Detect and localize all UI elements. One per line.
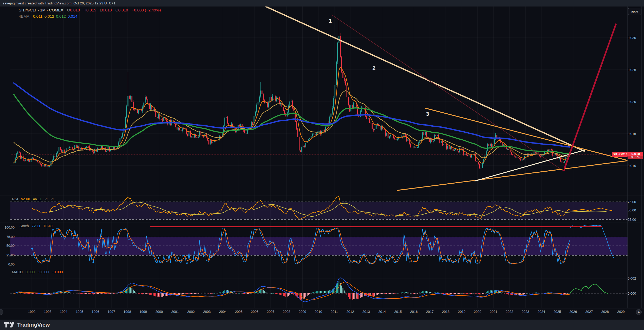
year-label: 2017: [426, 310, 434, 314]
price-scale[interactable]: 0.0300.0250.0200.0150.01075.0050.0025.00…: [626, 7, 644, 316]
low-label: L: [100, 8, 102, 12]
change-value: −0.000 (−2.49%): [132, 8, 161, 12]
ema-value-3: 0.012: [56, 14, 66, 18]
projection-line: [564, 24, 616, 170]
macd-value-3: −0.000: [52, 270, 63, 274]
ema-value-2: 0.012: [44, 14, 54, 18]
year-label: 2015: [394, 310, 402, 314]
year-label: 2004: [219, 310, 227, 314]
year-label: 2014: [378, 310, 386, 314]
chart-canvas[interactable]: [0, 0, 644, 330]
year-label: 2000: [155, 310, 163, 314]
drawing-overlays: [11, 7, 628, 227]
year-label: 1993: [44, 310, 52, 314]
wave-label-1[interactable]: 1: [329, 18, 332, 24]
year-label: 1994: [60, 310, 67, 314]
year-label: 1992: [28, 310, 36, 314]
time-axis[interactable]: 1992199319941995199619971998199920002001…: [0, 308, 644, 316]
year-label: 2010: [315, 310, 322, 314]
price-tick-label: 0.030: [628, 36, 636, 40]
year-label: 2024: [538, 310, 545, 314]
year-label: 2002: [187, 310, 195, 314]
open-value: 0.010: [70, 8, 80, 12]
close-value: 0.010: [118, 8, 128, 12]
high-value: 0.015: [86, 8, 96, 12]
year-label: 2011: [331, 310, 338, 314]
year-label: 2001: [171, 310, 179, 314]
current-price-value: 0.010: [628, 152, 643, 156]
footer-bar: TradingView: [0, 320, 644, 330]
high-label: H: [84, 8, 86, 12]
tradingview-logo-icon[interactable]: [4, 321, 15, 328]
downtrend-line-major: [266, 7, 584, 151]
symbol-price-tag-text: SI1!/GC1!: [613, 152, 627, 156]
year-label: 2003: [203, 310, 211, 314]
auto-scale-button[interactable]: A: [636, 309, 642, 315]
downtrend-line-3: [425, 108, 628, 160]
year-label: 1996: [92, 310, 99, 314]
year-label: 2016: [410, 310, 418, 314]
symbol-meta: · 1M · COMEX: [38, 8, 63, 12]
year-label: 1997: [108, 310, 115, 314]
symbol-price-tag: SI1!/GC1!: [612, 152, 628, 157]
snapshot-title-bar: savepiginvest created with TradingView.c…: [0, 0, 644, 7]
year-label: 2029: [617, 310, 625, 314]
open-label: O: [67, 8, 70, 12]
stoch-level-label: 50.00: [2, 244, 15, 248]
symbol-name[interactable]: SI1!/GC1!: [19, 8, 36, 12]
wave-label-3[interactable]: 3: [426, 111, 429, 117]
year-label: 1995: [76, 310, 83, 314]
macd-legend[interactable]: MACD 0.000 −0.000 −0.000: [12, 270, 65, 274]
year-label: 2020: [474, 310, 481, 314]
year-label: 2021: [490, 310, 497, 314]
close-label: C: [116, 8, 118, 12]
snapshot-title: savepiginvest created with TradingView.c…: [3, 1, 116, 5]
macd-value-2: −0.000: [37, 270, 49, 274]
year-label: 2007: [267, 310, 275, 314]
macd-level-label: 0.002: [628, 276, 636, 280]
low-value: 0.010: [102, 8, 112, 12]
stoch-level-label: 100.00: [2, 226, 15, 229]
year-label: 2013: [362, 310, 370, 314]
ema-legend[interactable]: 4EMA 0.011 0.012 0.012 0.014: [19, 14, 78, 18]
wedge-lower-line: [397, 161, 628, 190]
stoch-level-label: 25.00: [2, 254, 15, 257]
ema-slowest-blue: [14, 83, 570, 147]
symbol-legend[interactable]: SI1!/GC1! · 1M · COMEX O0.010 H0.015 L0.…: [19, 8, 162, 12]
year-label: 1998: [124, 310, 131, 314]
year-label: 2012: [347, 310, 354, 314]
rsi-legend[interactable]: RSI 52.06 46.11 ∅ ∅: [12, 197, 55, 201]
year-label: 2027: [585, 310, 593, 314]
price-tick-label: 0.010: [628, 164, 636, 168]
macd-value-1: 0.000: [25, 270, 35, 274]
stoch-label: Stoch: [20, 224, 29, 228]
candles: [13, 20, 570, 179]
rsi-level-label: 50.00: [628, 208, 636, 212]
year-label: 2022: [506, 310, 513, 314]
year-label: 2023: [522, 310, 529, 314]
price-tick-label: 0.015: [628, 132, 636, 136]
rsi-empty-1: ∅: [44, 197, 48, 201]
tradingview-brand[interactable]: TradingView: [17, 322, 50, 328]
rsi-empty-2: ∅: [50, 197, 54, 201]
rsi-label: RSI: [12, 197, 18, 201]
stoch-k-value: 72.11: [32, 224, 41, 228]
wave-label-2[interactable]: 2: [372, 65, 375, 71]
year-label: 1999: [139, 310, 147, 314]
current-price-label: 0.010 5d 10h: [628, 152, 643, 159]
year-label: 2018: [442, 310, 450, 314]
price-tick-label: 0.020: [628, 100, 636, 104]
stoch-level-label: 0.00: [2, 263, 15, 266]
ema-value-1: 0.011: [33, 14, 42, 18]
stoch-d-value: 70.40: [43, 224, 53, 228]
rsi-level-label: 25.00: [628, 218, 636, 222]
macd-label: MACD: [12, 270, 23, 274]
rsi-level-label: 75.00: [628, 200, 636, 204]
drawing-anchor-dot: [562, 168, 564, 170]
macd-level-label: 0.000: [628, 292, 636, 295]
price-tick-label: 0.025: [628, 68, 636, 72]
stoch-legend[interactable]: Stoch 72.11 70.40: [20, 224, 54, 228]
downtrend-line-thin: [333, 15, 564, 171]
year-label: 2006: [251, 310, 258, 314]
year-label: 2026: [569, 310, 577, 314]
